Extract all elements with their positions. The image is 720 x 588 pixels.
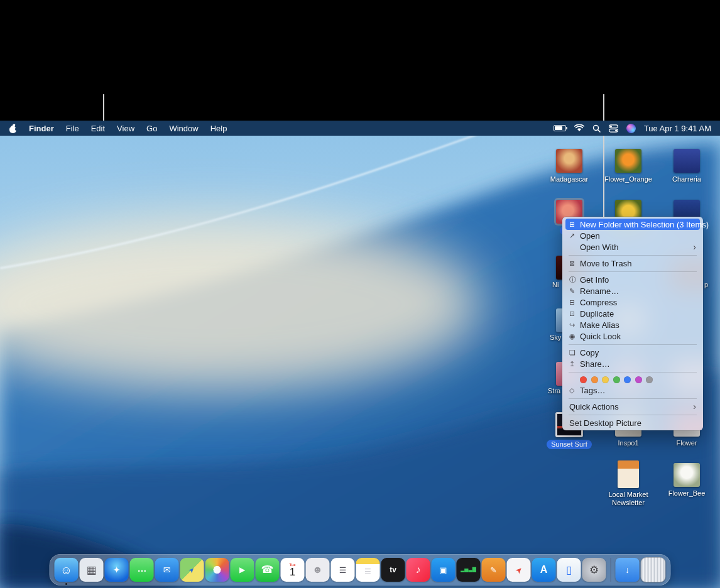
desktop-item-local-market-newsletter[interactable]: Local Market Newsletter xyxy=(602,460,655,506)
new-folder-icon: ⊞ xyxy=(569,221,580,228)
calendar-day: 1 xyxy=(290,567,295,578)
chevron-right-icon: › xyxy=(693,242,696,251)
menu-item-label: Open xyxy=(580,231,600,241)
menu-separator xyxy=(569,415,697,415)
tag-color-dot[interactable] xyxy=(635,376,642,383)
context-menu-item-copy[interactable]: ❏Copy xyxy=(565,347,700,358)
dock-iphone-mirroring-icon[interactable]: ▯ xyxy=(557,558,581,582)
menu-item-label: Open With xyxy=(580,242,618,252)
tag-color-row xyxy=(565,374,700,384)
maps-glyph: ➤ xyxy=(187,565,196,574)
duplicate-icon: ⊡ xyxy=(569,310,580,317)
open-icon: ↗ xyxy=(569,232,580,239)
dock-rocket-icon[interactable]: ➤ xyxy=(507,558,531,582)
siri-icon[interactable] xyxy=(626,124,636,133)
dock-contacts-icon[interactable]: ☻ xyxy=(306,558,330,582)
menu-bar-clock[interactable]: Tue Apr 1 9:41 AM xyxy=(644,124,711,133)
menu-app-name[interactable]: Finder xyxy=(29,124,54,133)
file-thumbnail[interactable] xyxy=(556,149,582,173)
tag-color-dot[interactable] xyxy=(580,376,587,383)
context-menu-item-share[interactable]: ↥Share… xyxy=(565,358,700,369)
desktop-item-charreria[interactable]: Charreria xyxy=(660,149,713,183)
wifi-icon[interactable] xyxy=(574,124,584,132)
menu-window[interactable]: Window xyxy=(169,124,198,133)
dock-tv-icon[interactable]: tv xyxy=(381,558,405,582)
context-menu-item-new-folder-with-selection-3-items[interactable]: ⊞New Folder with Selection (3 Items) xyxy=(565,219,700,230)
quicklook-icon: ◉ xyxy=(569,333,580,340)
context-menu-item-rename[interactable]: ✎Rename… xyxy=(565,285,700,297)
dock-system-settings-icon[interactable]: ⚙ xyxy=(582,558,606,582)
tag-color-dot[interactable] xyxy=(613,376,620,383)
menu-item-label: Make Alias xyxy=(580,320,619,330)
stocks-glyph: ▂▅▃▇ xyxy=(461,567,476,572)
apple-menu-icon[interactable] xyxy=(9,124,17,133)
dock-facetime-icon[interactable]: ▶ xyxy=(231,558,254,582)
messages-glyph: … xyxy=(138,564,146,573)
context-menu-item-move-to-trash[interactable]: ⊠Move to Trash xyxy=(565,258,700,269)
context-menu-item-open-with[interactable]: Open With› xyxy=(565,241,700,253)
context-menu-item-open[interactable]: ↗Open xyxy=(565,230,700,241)
menu-bar: Finder FileEditViewGoWindowHelp Tue Apr … xyxy=(0,121,720,136)
music-glyph: ♪ xyxy=(416,565,421,575)
menu-view[interactable]: View xyxy=(117,124,134,133)
callout-line-menu-bar xyxy=(103,94,104,121)
dock-maps-icon[interactable]: ➤ xyxy=(180,558,204,582)
battery-icon[interactable] xyxy=(554,125,566,131)
file-thumbnail[interactable] xyxy=(615,149,641,173)
tag-color-dot[interactable] xyxy=(591,376,598,383)
file-thumbnail[interactable] xyxy=(618,460,639,488)
dock-calendar-icon[interactable]: Tue1 xyxy=(281,558,305,582)
dock-stocks-icon[interactable]: ▂▅▃▇ xyxy=(457,558,481,582)
dock-notes-icon[interactable]: ☰ xyxy=(356,558,380,582)
context-menu-item-compress[interactable]: ⊟Compress xyxy=(565,297,700,308)
dock: ☺▦✦…✉➤▶☎Tue1☻☰☰tv♪▣▂▅▃▇✎➤A▯⚙↓ xyxy=(50,554,671,585)
tag-color-dot[interactable] xyxy=(646,376,653,383)
dock-reminders-icon[interactable]: ☰ xyxy=(331,558,355,582)
file-thumbnail[interactable] xyxy=(674,149,700,173)
trash-icon: ⊠ xyxy=(569,260,580,267)
file-thumbnail[interactable] xyxy=(674,463,700,487)
context-menu-item-duplicate[interactable]: ⊡Duplicate xyxy=(565,308,700,319)
tag-color-dot[interactable] xyxy=(602,376,609,383)
dock-trash-icon[interactable] xyxy=(641,557,666,582)
dock-finder-icon[interactable]: ☺ xyxy=(55,558,79,582)
menu-item-label: Move to Trash xyxy=(580,259,631,268)
menu-help[interactable]: Help xyxy=(210,124,227,133)
file-label-partial: Ni xyxy=(552,281,559,288)
dock-safari-icon[interactable]: ✦ xyxy=(105,558,129,582)
context-menu-item-tags[interactable]: ◇Tags… xyxy=(565,384,700,396)
context-menu-item-set-desktop-picture[interactable]: Set Desktop Picture xyxy=(565,417,700,428)
dock-pages-icon[interactable]: ✎ xyxy=(482,558,506,582)
dock-launchpad-icon[interactable]: ▦ xyxy=(80,558,104,582)
menu-separator xyxy=(569,255,697,256)
file-label-partial: Stra xyxy=(548,387,560,395)
dock-app-store-icon[interactable]: A xyxy=(532,558,556,582)
context-menu-item-quick-actions[interactable]: Quick Actions› xyxy=(565,401,700,412)
desktop-item-flower-orange[interactable]: Flower_Orange xyxy=(602,149,655,183)
context-menu-item-make-alias[interactable]: ↪Make Alias xyxy=(565,319,700,330)
menu-bar-left: Finder FileEditViewGoWindowHelp xyxy=(0,124,227,133)
context-menu-item-quick-look[interactable]: ◉Quick Look xyxy=(565,330,700,342)
file-label: Local Market Newsletter xyxy=(603,491,654,506)
spotlight-search-icon[interactable] xyxy=(592,124,601,133)
tag-color-dot[interactable] xyxy=(624,376,631,383)
menu-file[interactable]: File xyxy=(66,124,79,133)
file-label: Sunset Surf xyxy=(547,440,591,449)
context-menu-item-get-info[interactable]: ⓘGet Info xyxy=(565,274,700,285)
rename-icon: ✎ xyxy=(569,288,580,295)
dock-music-icon[interactable]: ♪ xyxy=(406,558,430,582)
menu-edit[interactable]: Edit xyxy=(91,124,105,133)
menu-separator xyxy=(569,344,697,345)
desktop-item-madagascar[interactable]: Madagascar xyxy=(543,149,596,183)
dock-mail-icon[interactable]: ✉ xyxy=(155,558,179,582)
dock-phone-icon[interactable]: ☎ xyxy=(256,558,280,582)
dock-keynote-icon[interactable]: ▣ xyxy=(432,558,455,582)
menu-item-label: Rename… xyxy=(580,286,619,296)
dock-photos-icon[interactable] xyxy=(205,558,229,582)
control-center-icon[interactable] xyxy=(609,124,618,133)
desktop-item-flower-bee[interactable]: Flower_Bee xyxy=(660,463,713,498)
dock-messages-icon[interactable]: … xyxy=(130,558,154,582)
dock-downloads-icon[interactable]: ↓ xyxy=(616,558,640,582)
system-settings-glyph: ⚙ xyxy=(589,565,599,575)
menu-go[interactable]: Go xyxy=(146,124,157,133)
